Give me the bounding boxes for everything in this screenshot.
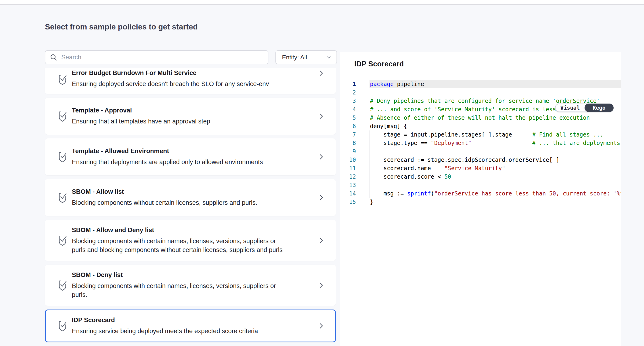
line-number: 2 [340,88,356,97]
code-line-9: 9 [340,147,621,156]
policy-card-error-budget-burndown-for-multi-service[interactable]: Error Budget Burndown For Multi Service … [45,68,336,94]
line-number: 13 [340,181,356,189]
chevron-right-icon[interactable] [317,69,325,77]
code-line-2: 2 [340,88,621,97]
line-number: 12 [340,173,356,181]
line-number: 9 [340,147,356,156]
code-text: scorecard := stage.spec.idpScorecard.ord… [370,156,621,164]
line-number: 6 [340,122,356,130]
code-line-10: 10 scorecard := stage.spec.idpScorecard.… [340,156,621,164]
policy-detail-panel: IDP Scorecard Visual Rego 1package pipel… [340,52,621,346]
line-number: 3 [340,97,356,105]
policy-card-sbom-allow-list[interactable]: SBOM - Allow list Blocking components wi… [45,179,336,216]
shield-check-icon [57,320,68,332]
code-text: } [370,198,621,206]
code-line-1: 1package pipeline [340,80,621,88]
policy-card-title: Template - Approval [72,107,313,114]
detail-panel-header: IDP Scorecard [340,52,621,76]
entity-filter-label: Entity: All [282,54,307,61]
search-input[interactable] [61,53,264,61]
policy-card-description: Ensuring that all templates have an appr… [72,117,287,126]
chevron-right-icon[interactable] [317,153,325,161]
code-text: deny[msg] { [370,122,621,130]
line-number: 14 [340,189,356,198]
entity-filter-dropdown[interactable]: Entity: All [276,50,337,64]
chevron-right-icon[interactable] [317,282,325,289]
visual-rego-toggle: Visual Rego [555,104,614,112]
shield-check-icon [57,74,68,85]
policy-card-title: SBOM - Allow list [72,188,313,195]
magnifier-icon [50,53,58,61]
policy-card-text: IDP Scorecard Ensuring service being dep… [72,317,313,336]
code-line-13: 13 [340,181,621,189]
policy-card-text: SBOM - Allow and Deny list Blocking comp… [72,227,313,254]
code-line-15: 15} [340,198,621,206]
line-number: 1 [340,80,356,88]
policy-card-text: Template - Approval Ensuring that all te… [72,107,313,126]
code-line-5: 5# Absence of either of these will not h… [340,114,621,122]
detail-panel-title: IDP Scorecard [354,60,404,68]
policy-card-sbom-allow-and-deny-list[interactable]: SBOM - Allow and Deny list Blocking comp… [45,220,336,261]
page-title: Select from sample policies to get start… [45,22,198,31]
code-line-6: 6deny[msg] { [340,122,621,130]
code-line-7: 7 stage = input.pipeline.stages[_].stage… [340,130,621,139]
code-text: package pipeline [370,80,621,88]
policy-card-text: Error Budget Burndown For Multi Service … [72,69,313,88]
policy-card-title: Error Budget Burndown For Multi Service [72,69,313,77]
filter-controls: Entity: All [45,50,337,64]
code-line-14: 14 msg := sprintf("orderService has scor… [340,189,621,198]
line-number: 15 [340,198,356,206]
policy-card-text: SBOM - Deny list Blocking components wit… [72,271,313,299]
line-number: 11 [340,164,356,173]
policy-card-template-approval[interactable]: Template - Approval Ensuring that all te… [45,98,336,135]
toggle-option-rego[interactable]: Rego [584,104,614,112]
chevron-down-icon [326,54,332,60]
policy-card-description: Ensuring service being deployed meets th… [72,327,287,336]
policy-card-text: SBOM - Allow list Blocking components wi… [72,188,313,207]
policy-card-sbom-deny-list[interactable]: SBOM - Deny list Blocking components wit… [45,265,336,306]
search-box[interactable] [45,50,268,64]
chevron-right-icon[interactable] [317,237,325,244]
code-line-11: 11 scorecard.name == "Service Maturity" [340,164,621,173]
policy-card-title: Template - Allowed Environment [72,147,313,155]
line-number: 8 [340,139,356,147]
policy-card-description: Ensuring deployed service doesn't breach… [72,79,287,88]
code-text [370,88,621,97]
shield-check-icon [57,235,68,246]
policy-card-description: Blocking components without certain lice… [72,198,287,207]
line-number: 5 [340,114,356,122]
line-number: 10 [340,156,356,164]
line-number: 4 [340,105,356,114]
code-text: stage.type == "Deployment" # ... that ar… [370,139,621,147]
chevron-right-icon[interactable] [317,112,325,120]
policy-list[interactable]: Error Budget Burndown For Multi Service … [45,68,336,342]
window-top-bar [0,0,644,5]
shield-check-icon [57,192,68,203]
policy-card-title: SBOM - Deny list [72,271,313,279]
chevron-right-icon[interactable] [317,322,325,330]
policy-card-description: Ensuring that deployments are applied on… [72,158,287,166]
policy-card-text: Template - Allowed Environment Ensuring … [72,147,313,166]
code-lines: 1package pipeline23# Deny pipelines that… [340,80,621,206]
policy-card-description: Blocking components with certain names, … [72,282,287,299]
shield-check-icon [57,279,68,291]
policy-card-title: IDP Scorecard [72,317,313,324]
rego-code-editor: Visual Rego 1package pipeline23# Deny pi… [340,76,621,206]
code-text: msg := sprintf("orderService has score l… [370,189,621,198]
toggle-option-visual[interactable]: Visual [556,104,584,111]
code-line-8: 8 stage.type == "Deployment" # ... that … [340,139,621,147]
code-text [370,147,621,156]
chevron-right-icon[interactable] [317,194,325,201]
policy-card-idp-scorecard[interactable]: IDP Scorecard Ensuring service being dep… [45,310,336,342]
code-text: stage = input.pipeline.stages[_].stage #… [370,130,621,139]
code-line-12: 12 scorecard.score < 50 [340,173,621,181]
policy-card-description: Blocking components with certain names, … [72,237,287,254]
shield-check-icon [57,110,68,122]
code-text: scorecard.name == "Service Maturity" [370,164,621,173]
policy-card-title: SBOM - Allow and Deny list [72,227,313,234]
code-text [370,181,621,189]
code-text: # Absence of either of these will not ha… [370,114,621,122]
line-number: 7 [340,130,356,139]
policy-card-template-allowed-environment[interactable]: Template - Allowed Environment Ensuring … [45,138,336,175]
code-text: scorecard.score < 50 [370,173,621,181]
